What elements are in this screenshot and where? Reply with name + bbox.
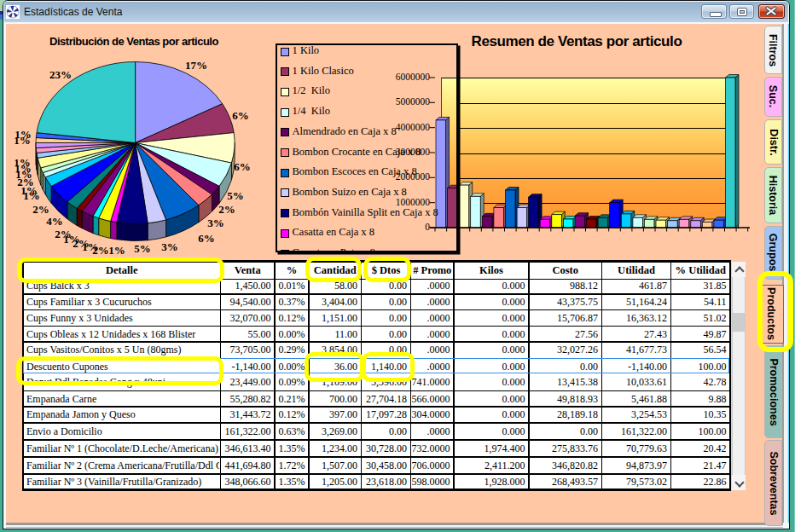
svg-text:1%: 1% (14, 156, 31, 169)
svg-text:1%: 1% (15, 128, 32, 141)
svg-text:1%: 1% (108, 244, 125, 256)
svg-text:23%: 23% (49, 68, 72, 81)
svg-text:5%: 5% (227, 189, 244, 202)
svg-text:6%: 6% (198, 232, 215, 245)
svg-text:17%: 17% (185, 59, 207, 72)
svg-text:4%: 4% (46, 215, 63, 228)
svg-text:6%: 6% (234, 160, 251, 173)
svg-text:2%: 2% (32, 203, 49, 216)
svg-text:2%: 2% (218, 203, 235, 216)
svg-text:3%: 3% (207, 217, 224, 229)
svg-text:6%: 6% (232, 109, 249, 122)
svg-text:2%: 2% (55, 228, 72, 240)
svg-text:5%: 5% (134, 242, 151, 255)
svg-text:3%: 3% (161, 240, 178, 253)
